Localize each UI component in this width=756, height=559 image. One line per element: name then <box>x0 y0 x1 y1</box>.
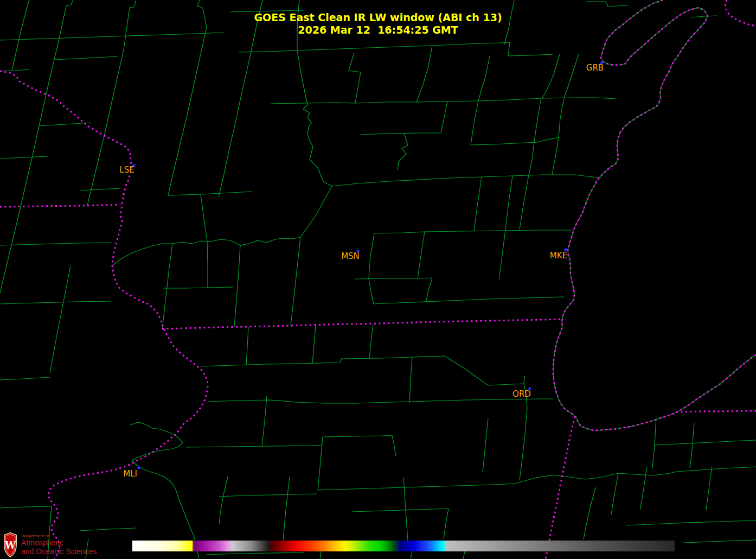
station-label: GRB <box>586 63 604 73</box>
satellite-viewer-page: { "title": { "line1": "GOES East Clean I… <box>0 0 756 559</box>
station-label: MLI <box>123 469 137 479</box>
ir-colorbar <box>132 541 675 551</box>
station-marker-grb: GRB <box>586 61 604 73</box>
timestamp-label: 2026 Mar 12 16:54:25 GMT <box>0 24 756 36</box>
station-label: LSE <box>119 165 134 175</box>
aos-logo-text: Department of Atmospheric and Oceanic Sc… <box>21 532 97 558</box>
crest-letter: W <box>4 539 16 551</box>
header-titles: GOES East Clean IR LW window (ABI ch 13)… <box>0 11 756 36</box>
map-background <box>0 0 756 559</box>
station-label: ORD <box>512 389 531 399</box>
station-label: MKE <box>550 251 567 261</box>
page-title: GOES East Clean IR LW window (ABI ch 13) <box>0 11 756 24</box>
aos-logo: W Department of Atmospheric and Oceanic … <box>3 532 97 558</box>
uw-crest-icon: W <box>3 532 18 558</box>
station-label: MSN <box>341 251 360 261</box>
satellite-map-canvas: LSEGRBMSNMKEORDMLI <box>0 0 756 559</box>
dept-name-line2: and Oceanic Sciences <box>21 547 97 556</box>
station-marker-ord: ORD <box>512 387 531 399</box>
dept-name-line1: Atmospheric <box>21 538 97 547</box>
station-marker-lse: LSE <box>119 164 135 175</box>
station-marker-msn: MSN <box>341 250 360 261</box>
station-dot <box>137 466 140 469</box>
dept-of-label: Department of <box>21 534 97 538</box>
